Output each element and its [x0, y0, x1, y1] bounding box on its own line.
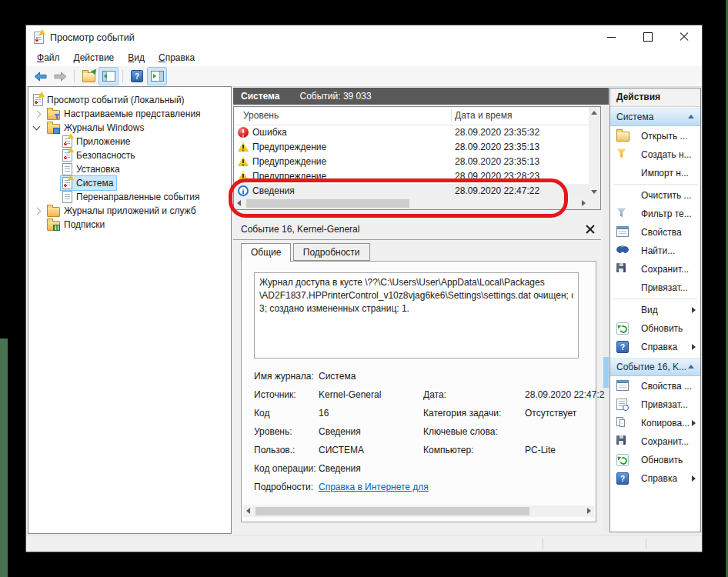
scrollbar-thumb[interactable]: [246, 199, 409, 208]
action-label: Открыть ...: [641, 131, 687, 142]
event-action-save-selected[interactable]: Сохранит...: [610, 432, 700, 451]
close-button[interactable]: [666, 25, 702, 48]
field-label-more-info: Подробности:: [254, 482, 313, 492]
pane-vertical-scrollbar[interactable]: [603, 106, 609, 531]
action-help-submenu[interactable]: Справка: [610, 338, 700, 356]
event-action-refresh[interactable]: Обновить: [610, 451, 700, 469]
event-level: Предупреждение: [252, 142, 326, 152]
console-tree-pane: Просмотр событий (Локальный) Настраиваем…: [28, 86, 232, 534]
maximize-icon: [643, 32, 653, 42]
toggle-console-tree-button[interactable]: [99, 67, 119, 85]
open-log-icon: [616, 132, 629, 142]
back-arrow-icon: [34, 72, 47, 82]
actions-group-system[interactable]: Система: [610, 108, 700, 126]
scroll-left-icon[interactable]: [246, 508, 250, 514]
collapse-group-icon[interactable]: [688, 365, 694, 369]
action-save-all-events[interactable]: Сохранит...: [610, 260, 700, 278]
tree-row[interactable]: Журналы Windows: [28, 121, 231, 135]
field-label-level: Уровень:: [254, 426, 292, 437]
field-label-computer: Компьютер:: [423, 445, 473, 455]
copy-icon: [616, 417, 627, 428]
event-row[interactable]: Предупреждение 28.09.2020 23:35:13: [234, 155, 589, 169]
event-action-attach-task[interactable]: Привязат...: [610, 395, 700, 414]
action-view-submenu[interactable]: Вид: [610, 301, 700, 319]
detail-horizontal-scrollbar[interactable]: [243, 505, 594, 517]
tree-row[interactable]: Настраиваемые представления: [28, 107, 231, 121]
minimize-button[interactable]: [593, 25, 629, 48]
action-import-custom-view[interactable]: Импорт н...: [610, 164, 700, 182]
action-clear-log[interactable]: Очистить ...: [610, 186, 700, 205]
tree-row[interactable]: Перенаправленные события: [28, 190, 231, 204]
field-value-computer: PC-Lite: [525, 445, 556, 455]
event-row[interactable]: Предупреждение 28.09.2020 23:28:23: [234, 169, 589, 184]
expand-chevron-icon[interactable]: [34, 208, 42, 215]
field-value-date: 28.09.2020 22:47:2: [525, 389, 604, 400]
events-count: Событий: 39 033: [300, 91, 372, 102]
scroll-up-icon[interactable]: [591, 111, 597, 115]
menu-file[interactable]: Файл: [30, 51, 67, 65]
column-level[interactable]: Уровень: [243, 110, 279, 121]
tree-row[interactable]: Безопасность: [28, 148, 231, 162]
event-list: Уровень Дата и время Ошибка 28.09.2020 2…: [233, 106, 601, 210]
tree-item-label: Подписки: [64, 219, 105, 230]
action-create-custom-view[interactable]: Создать н...: [610, 145, 700, 164]
back-button[interactable]: [30, 67, 50, 85]
tree-row[interactable]: Установка: [28, 162, 231, 176]
event-detail-title: Событие 16, Kernel-General: [241, 224, 359, 235]
actions-group-event[interactable]: Событие 16, K...: [610, 358, 700, 376]
online-help-link[interactable]: Справка в Интернете для: [319, 482, 429, 492]
tree-row[interactable]: Журналы приложений и служб: [28, 204, 231, 218]
scrollbar-thumb[interactable]: [255, 507, 529, 515]
tree-row-selected[interactable]: Система: [28, 176, 231, 190]
event-row[interactable]: Предупреждение 28.09.2020 23:35:13: [234, 140, 589, 155]
create-view-funnel-icon: [616, 148, 626, 158]
action-filter-current-log[interactable]: Фильтр те...: [610, 205, 700, 223]
event-description[interactable]: Журнал доступа в кусте \??\C:\Users\User…: [254, 272, 579, 359]
action-properties[interactable]: Свойства: [610, 223, 700, 242]
column-separator[interactable]: [451, 109, 452, 122]
export-button[interactable]: [78, 67, 99, 85]
expand-chevron-icon[interactable]: [34, 111, 42, 118]
event-row-selected[interactable]: Сведения 28.09.2020 22:47:22: [234, 184, 589, 198]
menu-view[interactable]: Вид: [121, 51, 152, 65]
tab-details[interactable]: Подробности: [293, 243, 370, 261]
submenu-arrow-icon: [692, 307, 696, 313]
group-title: Событие 16, K...: [616, 362, 686, 372]
action-label: Сохранит...: [641, 264, 689, 275]
group-title: Система: [616, 112, 653, 122]
action-find[interactable]: Найти...: [610, 242, 700, 260]
close-preview-icon[interactable]: [586, 225, 595, 234]
scroll-left-icon[interactable]: [237, 200, 241, 206]
toggle-action-pane-button[interactable]: [147, 67, 167, 85]
scrollbar-thumb[interactable]: [603, 357, 609, 388]
menu-help[interactable]: Справка: [152, 51, 202, 65]
scroll-right-icon[interactable]: [587, 508, 591, 514]
action-refresh[interactable]: Обновить: [610, 319, 700, 338]
scroll-down-icon[interactable]: [591, 190, 597, 194]
help-icon: [616, 472, 629, 485]
tree-row[interactable]: Подписки: [28, 218, 231, 232]
action-attach-task[interactable]: Привязат...: [610, 278, 700, 297]
collapse-group-icon[interactable]: [688, 115, 694, 118]
collapse-chevron-icon[interactable]: [33, 123, 41, 131]
action-open-saved-log[interactable]: Открыть ...: [610, 127, 700, 145]
actions-separator: [613, 299, 697, 299]
horizontal-scrollbar[interactable]: [234, 198, 589, 209]
binoculars-icon: [616, 245, 629, 253]
event-row[interactable]: Ошибка 28.09.2020 23:35:32: [234, 125, 589, 140]
maximize-button[interactable]: [629, 25, 666, 48]
tab-general[interactable]: Общие: [241, 243, 291, 262]
event-action-help-submenu[interactable]: Справка: [610, 469, 700, 488]
event-action-copy-submenu[interactable]: Копирова...: [610, 414, 700, 432]
column-datetime[interactable]: Дата и время: [455, 110, 512, 121]
event-viewer-icon: [33, 94, 43, 106]
menu-action[interactable]: Действие: [67, 51, 122, 65]
vertical-scrollbar[interactable]: [589, 107, 600, 198]
help-button[interactable]: [127, 67, 147, 85]
tree-row[interactable]: Приложение: [28, 135, 231, 148]
forward-button[interactable]: [50, 67, 70, 85]
scroll-right-icon[interactable]: [582, 200, 586, 206]
event-action-properties[interactable]: Свойства ...: [610, 377, 700, 395]
tree-row[interactable]: Просмотр событий (Локальный): [28, 93, 231, 107]
subscriptions-folder-icon: [47, 221, 60, 231]
